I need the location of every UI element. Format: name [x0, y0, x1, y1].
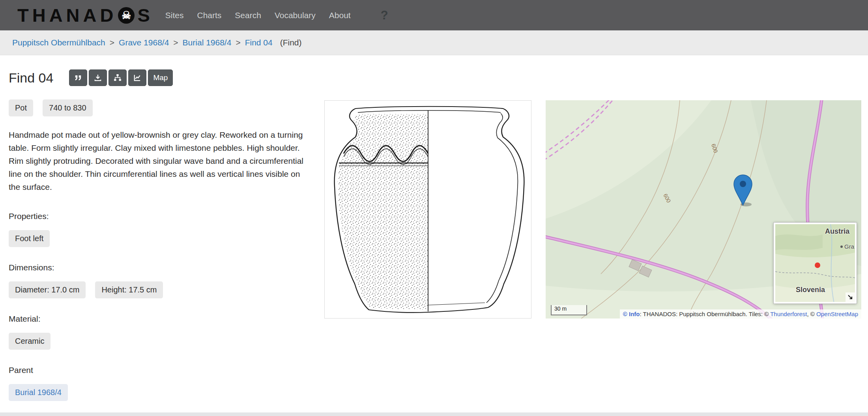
properties-label: Properties:	[9, 212, 316, 221]
nav-item-sites[interactable]: Sites	[165, 11, 184, 20]
diameter-badge: Diameter: 17.0 cm	[9, 281, 86, 298]
brand-text-prefix: THANAD	[17, 4, 117, 26]
breadcrumb-site-link[interactable]: Puppitsch Obermühlbach	[12, 38, 105, 47]
minimap-country-slovenia: Slovenia	[796, 286, 825, 294]
title-row: Find 04	[9, 69, 316, 86]
minimap-country-austria: Austria	[825, 227, 849, 236]
city-dot-icon	[840, 245, 843, 248]
material-label: Material:	[9, 314, 316, 324]
download-button[interactable]	[89, 69, 107, 86]
nav-item-vocabulary[interactable]: Vocabulary	[275, 11, 316, 20]
find-image[interactable]	[324, 100, 531, 319]
dimensions-label: Dimensions:	[9, 263, 316, 272]
chart-button[interactable]	[128, 69, 146, 86]
material-badge: Ceramic	[9, 333, 51, 350]
attribution-text: , ©	[807, 311, 817, 317]
top-navbar: THANAD ☠ S Sites Charts Search Vocabular…	[0, 0, 868, 30]
quote-icon	[74, 74, 82, 82]
chart-line-icon	[133, 74, 141, 82]
download-icon	[94, 74, 102, 82]
minimap-inset[interactable]: Austria Gra Slovenia	[774, 223, 857, 304]
minimap-city-graz: Gra	[840, 243, 854, 250]
attribution-text: : THANADOS: Puppitsch Obermühlbach. Tile…	[640, 311, 771, 317]
find-description: Handmade pot made out of yellow-brownish…	[9, 128, 304, 193]
map-button-label: Map	[153, 73, 168, 82]
minimap-toggle-button[interactable]	[846, 292, 855, 302]
breadcrumb-separator: >	[236, 38, 240, 47]
nav-item-charts[interactable]: Charts	[197, 11, 221, 20]
map-button[interactable]: Map	[148, 69, 173, 86]
attribution-info-link[interactable]: © Info	[623, 311, 640, 317]
type-badge: Pot	[9, 99, 33, 116]
breadcrumb: Puppitsch Obermühlbach > Grave 1968/4 > …	[0, 30, 868, 55]
nav-menu: Sites Charts Search Vocabulary About	[165, 11, 351, 20]
breadcrumb-separator: >	[110, 38, 114, 47]
parent-row: Burial 1968/4	[9, 384, 316, 401]
parent-link-badge[interactable]: Burial 1968/4	[9, 384, 68, 401]
map-canvas[interactable]: 600 600	[546, 100, 861, 319]
map-scale-bar: 30 m	[551, 305, 587, 315]
minimap-toggle-arrow-icon	[847, 294, 853, 300]
map-attribution: © Info: THANADOS: Puppitsch Obermühlbach…	[620, 309, 861, 319]
help-icon[interactable]: ?	[381, 8, 388, 22]
parent-label: Parent	[9, 365, 316, 375]
breadcrumb-separator: >	[173, 38, 178, 47]
pot-drawing	[325, 101, 532, 319]
network-icon	[114, 74, 122, 82]
material-row: Ceramic	[9, 333, 316, 350]
breadcrumb-burial-link[interactable]: Burial 1968/4	[183, 38, 232, 47]
main-content: Find 04	[0, 55, 868, 412]
find-details-column: Find 04	[9, 69, 316, 401]
breadcrumb-grave-link[interactable]: Grave 1968/4	[119, 38, 169, 47]
brand-text-suffix: S	[137, 4, 153, 26]
skull-icon: ☠	[118, 7, 135, 24]
properties-row: Foot left	[9, 230, 316, 247]
nav-item-search[interactable]: Search	[235, 11, 261, 20]
breadcrumb-type-suffix: (Find)	[280, 38, 302, 47]
nav-item-about[interactable]: About	[329, 11, 351, 20]
map-scale-label: 30 m	[554, 305, 567, 312]
breadcrumb-find-link[interactable]: Find 04	[245, 38, 273, 47]
height-badge: Height: 17.5 cm	[95, 281, 163, 298]
network-button[interactable]	[108, 69, 127, 86]
attribution-thunderforest-link[interactable]: Thunderforest	[770, 311, 807, 317]
attribution-osm-link[interactable]: OpenStreetMap	[816, 311, 858, 317]
footer-bar	[0, 412, 868, 416]
brand-logo[interactable]: THANAD ☠ S	[17, 4, 153, 26]
dimensions-row: Diameter: 17.0 cm Height: 17.5 cm	[9, 281, 316, 298]
tags-row: Pot 740 to 830	[9, 99, 316, 116]
dating-badge: 740 to 830	[43, 99, 93, 116]
property-badge: Foot left	[9, 230, 50, 247]
find-toolbar: Map	[69, 69, 173, 86]
page-title: Find 04	[9, 70, 53, 86]
citation-button[interactable]	[69, 69, 87, 86]
